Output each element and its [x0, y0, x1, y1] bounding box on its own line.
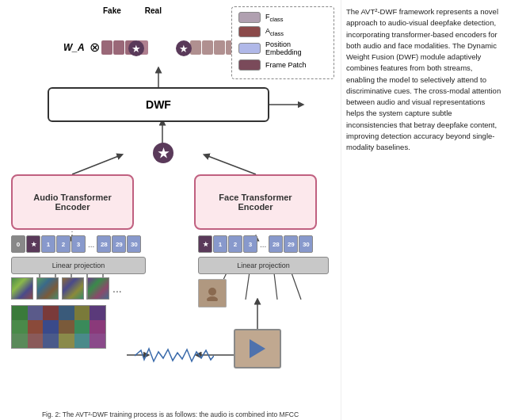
otimes-left: ⊗ [90, 40, 100, 55]
legend-aclass: Aclass [238, 26, 327, 37]
tok-a0: 0 [11, 235, 25, 253]
audio-linear-label: Linear projection [52, 262, 105, 269]
wf-star: ★ [176, 40, 192, 56]
aclass-label: Aclass [265, 27, 284, 37]
tok-a1: 1 [41, 235, 55, 253]
face-linear-box: Linear projection [198, 257, 329, 274]
audio-spectrogram [11, 305, 106, 349]
tok-a2: 2 [56, 235, 71, 253]
pos-swatch [238, 43, 261, 54]
face-video-thumbnail[interactable] [234, 329, 281, 368]
main-text: The AVT²-DWF framework represents a nove… [346, 6, 502, 153]
face-token-row: ★ 1 2 3 ... 28 29 30 [198, 235, 313, 253]
svg-point-27 [208, 288, 216, 296]
tok-f-dots: ... [258, 240, 268, 249]
audio-encoder-box: Audio TransformerEncoder [11, 174, 134, 230]
tok-a-dots: ... [86, 240, 96, 249]
tok-f2: 2 [228, 235, 242, 253]
wa-star: ★ [128, 40, 144, 56]
frame-swatch [238, 59, 261, 71]
legend-frame-patch: Frame Patch [238, 59, 327, 71]
face-encoder-label: Face TransformerEncoder [219, 193, 292, 212]
tok-a-star: ★ [26, 235, 40, 253]
audio-linear-box: Linear projection [11, 257, 146, 274]
dwf-arrow-right [269, 95, 317, 119]
svg-point-28 [207, 296, 218, 301]
svg-line-1 [72, 155, 120, 174]
audio-encoder-label: Audio TransformerEncoder [33, 193, 111, 212]
face-encoder-box: Face TransformerEncoder [194, 174, 317, 230]
diagram-area: Fake Real W_A ⊗ ⊗ W_F ★ ★ DWF ★ [0, 0, 341, 420]
legend-fclass: Fclass [238, 12, 327, 23]
real-label: Real [145, 6, 162, 15]
svg-line-2 [206, 155, 256, 174]
tok-f30: 30 [299, 235, 313, 253]
tok-a30: 30 [127, 235, 141, 253]
dwf-label: DWF [146, 98, 171, 111]
wa-label: W_A [63, 42, 85, 53]
text-area: The AVT²-DWF framework represents a nove… [341, 0, 507, 420]
legend-pos-embed: PositionEmbedding [238, 40, 327, 56]
frame-label: Frame Patch [265, 61, 307, 69]
tok-f3: 3 [243, 235, 257, 253]
merge-star: ★ [153, 143, 173, 163]
tok-a3: 3 [71, 235, 86, 253]
tok-f1: 1 [213, 235, 227, 253]
dwf-box: DWF [48, 87, 269, 122]
aclass-swatch [238, 26, 261, 37]
caption: Fig. 2: The AVT²-DWF training process is… [0, 410, 341, 418]
tok-f29: 29 [284, 235, 298, 253]
tok-a28: 28 [97, 235, 111, 253]
pos-label: PositionEmbedding [265, 40, 302, 56]
tok-a29: 29 [112, 235, 126, 253]
audio-waveform [135, 346, 214, 366]
face-linear-label: Linear projection [237, 262, 290, 269]
fake-real-labels: Fake Real [103, 6, 162, 15]
fake-label: Fake [103, 6, 121, 15]
audio-patches: ... [11, 277, 122, 300]
fclass-label: Fclass [265, 13, 284, 23]
legend-box: Fclass Aclass PositionEmbedding Frame Pa… [231, 6, 334, 79]
fclass-swatch [238, 12, 261, 23]
face-images: ... [198, 279, 206, 290]
tok-f-star: ★ [198, 235, 212, 253]
audio-token-row: 0 ★ 1 2 3 ... 28 29 30 [11, 235, 141, 253]
tok-f28: 28 [269, 235, 283, 253]
